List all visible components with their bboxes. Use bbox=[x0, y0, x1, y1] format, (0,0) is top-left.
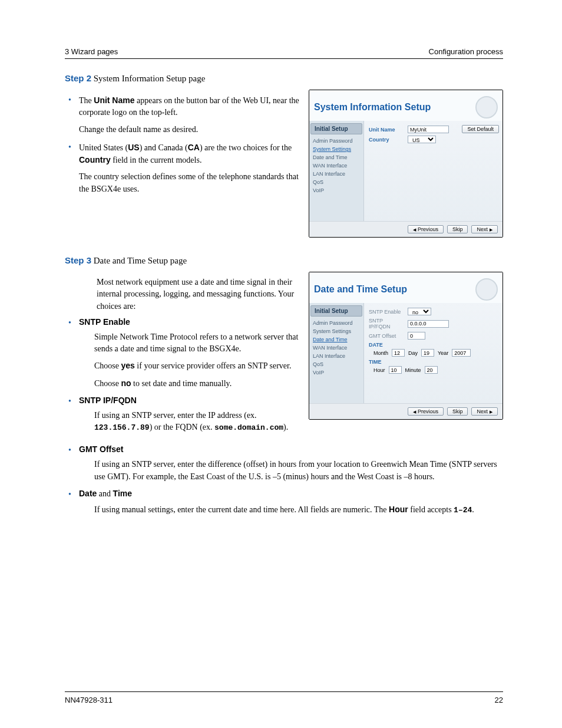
bullet-gmt-offset: GMT Offset If using an SNTP server, ente… bbox=[68, 444, 503, 483]
month-input[interactable] bbox=[392, 349, 405, 357]
gmt-offset-input[interactable] bbox=[408, 332, 425, 340]
sidebar-item-voip[interactable]: VoIP bbox=[309, 368, 363, 377]
sidebar-item-date-and-time[interactable]: Date and Time bbox=[309, 153, 363, 162]
triangle-left-icon bbox=[413, 226, 416, 232]
sidebar-item-lan-interface[interactable]: LAN Interface bbox=[309, 170, 363, 178]
sidebar-item-voip[interactable]: VoIP bbox=[309, 186, 363, 195]
hour-input[interactable] bbox=[389, 366, 402, 374]
wizard-sidebar: Initial Setup Admin Password System Sett… bbox=[309, 303, 364, 403]
step2-bullet-country: United States (US) and Canada (CA) are t… bbox=[68, 141, 299, 195]
system-info-setup-panel: System Information Setup Initial Setup A… bbox=[309, 90, 503, 238]
unit-name-label: Unit Name bbox=[369, 127, 404, 133]
sntp-ip-input[interactable] bbox=[408, 320, 449, 328]
next-button[interactable]: Next bbox=[471, 407, 498, 416]
calendar-icon bbox=[475, 278, 498, 301]
skip-button[interactable]: Skip bbox=[447, 407, 468, 416]
set-default-button[interactable]: Set Default bbox=[462, 125, 499, 133]
time-section-label: TIME bbox=[369, 359, 498, 365]
sidebar-header[interactable]: Initial Setup bbox=[310, 305, 362, 317]
minute-label: Minute bbox=[405, 367, 421, 373]
month-label: Month bbox=[373, 350, 388, 356]
step3-title: Date and Time Setup page bbox=[94, 256, 187, 265]
skip-button[interactable]: Skip bbox=[447, 225, 468, 233]
triangle-right-icon bbox=[490, 409, 492, 414]
footer-docnum: NN47928-311 bbox=[65, 696, 113, 704]
date-section-label: DATE bbox=[369, 342, 498, 348]
gear-icon bbox=[475, 96, 498, 118]
sntp-enable-select[interactable]: no bbox=[408, 308, 431, 315]
header-left: 3 Wizard pages bbox=[65, 47, 118, 56]
unit-name-input[interactable] bbox=[408, 126, 449, 133]
country-select[interactable]: US bbox=[408, 136, 436, 143]
previous-button[interactable]: Previous bbox=[408, 407, 444, 416]
step3-intro: Most network equipment use a date and ti… bbox=[97, 276, 299, 312]
sntp-enable-label: SNTP Enable bbox=[369, 309, 404, 315]
step2-label: Step 2 bbox=[65, 73, 91, 83]
sidebar-item-wan-interface[interactable]: WAN Interface bbox=[309, 344, 363, 352]
panel-sys-title: System Information Setup bbox=[314, 102, 431, 113]
bullet-sntp-enable: SNTP Enable Simple Network Time Protocol… bbox=[68, 317, 299, 390]
wizard-sidebar: Initial Setup Admin Password System Sett… bbox=[309, 121, 364, 221]
sidebar-item-system-settings[interactable]: System Settings bbox=[309, 145, 363, 153]
triangle-left-icon bbox=[413, 409, 416, 414]
gmt-offset-label: GMT Offset bbox=[369, 333, 404, 339]
sidebar-item-qos[interactable]: QoS bbox=[309, 360, 363, 368]
header-right: Configuration process bbox=[429, 47, 503, 56]
bullet-date-time: Date and Time If using manual settings, … bbox=[68, 489, 503, 516]
step2-title: System Information Setup page bbox=[94, 74, 206, 83]
sidebar-item-admin-password[interactable]: Admin Password bbox=[309, 319, 363, 327]
date-time-setup-panel: Date and Time Setup Initial Setup Admin … bbox=[309, 272, 503, 420]
sidebar-item-qos[interactable]: QoS bbox=[309, 178, 363, 186]
day-input[interactable] bbox=[421, 349, 434, 357]
sidebar-item-lan-interface[interactable]: LAN Interface bbox=[309, 352, 363, 360]
sidebar-header[interactable]: Initial Setup bbox=[310, 123, 362, 134]
previous-button[interactable]: Previous bbox=[408, 225, 444, 233]
step2-bullet-unitname: The Unit Name appears on the button bar … bbox=[68, 94, 299, 136]
sidebar-item-date-and-time[interactable]: Date and Time bbox=[309, 335, 363, 344]
sidebar-item-wan-interface[interactable]: WAN Interface bbox=[309, 162, 363, 170]
year-label: Year bbox=[438, 350, 448, 356]
sidebar-item-admin-password[interactable]: Admin Password bbox=[309, 137, 363, 145]
sntp-ip-label: SNTP IP/FQDN bbox=[369, 318, 404, 330]
day-label: Day bbox=[408, 350, 418, 356]
step3-label: Step 3 bbox=[65, 255, 91, 265]
sidebar-item-system-settings[interactable]: System Settings bbox=[309, 327, 363, 335]
hour-label: Hour bbox=[373, 367, 385, 373]
country-label: Country bbox=[369, 137, 404, 143]
panel-dt-title: Date and Time Setup bbox=[314, 284, 407, 295]
triangle-right-icon bbox=[490, 226, 492, 232]
year-input[interactable] bbox=[452, 349, 471, 357]
footer-pagenum: 22 bbox=[495, 696, 503, 704]
bullet-sntp-fqdn: SNTP IP/FQDN If using an SNTP server, en… bbox=[68, 396, 299, 434]
next-button[interactable]: Next bbox=[471, 225, 498, 233]
minute-input[interactable] bbox=[425, 366, 438, 374]
